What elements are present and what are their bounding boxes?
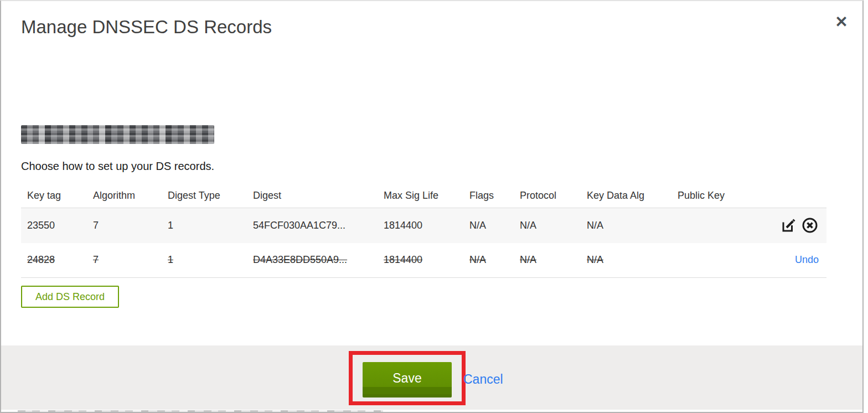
col-header-public-key: Public Key [678, 184, 776, 208]
table-header-row: Key tag Algorithm Digest Type Digest Max… [21, 184, 826, 208]
dnssec-modal-window: Manage DNSSEC DS Records ✕ Choose how to… [0, 0, 864, 413]
cell-key-data-alg: N/A [587, 254, 603, 265]
cell-max-sig-life: 1814400 [384, 254, 422, 265]
cell-flags: N/A [469, 254, 486, 265]
cell-digest-type: 1 [168, 220, 173, 231]
table-row-deleted: 24828 7 1 D4A33E8DD550A9... 1814400 N/A … [21, 243, 826, 277]
cell-digest: D4A33E8DD550A9... [253, 254, 347, 265]
cancel-link[interactable]: Cancel [463, 371, 503, 388]
cell-algorithm: 7 [93, 254, 99, 265]
cell-protocol: N/A [520, 220, 536, 231]
redacted-domain-name [21, 125, 214, 144]
col-header-algorithm: Algorithm [93, 184, 168, 208]
col-header-actions [776, 184, 826, 208]
col-header-max-sig-life: Max Sig Life [384, 184, 469, 208]
col-header-flags: Flags [469, 184, 520, 208]
cell-key-data-alg: N/A [587, 220, 603, 231]
page-title: Manage DNSSEC DS Records [21, 17, 272, 38]
edit-record-icon[interactable] [780, 217, 797, 234]
cell-digest: 54FCF030AA1C79... [253, 220, 345, 231]
background-page-strip [1, 410, 862, 412]
col-header-key-data-alg: Key Data Alg [587, 184, 678, 208]
cell-algorithm: 7 [93, 220, 99, 231]
cell-key-tag: 24828 [27, 254, 55, 265]
ds-records-table: Key tag Algorithm Digest Type Digest Max… [21, 184, 826, 278]
cell-key-tag: 23550 [27, 220, 55, 231]
dialog-footer: Save Cancel [1, 345, 862, 411]
col-header-digest: Digest [253, 184, 384, 208]
background-blur-remnant [18, 410, 383, 412]
intro-text: Choose how to set up your DS records. [21, 160, 214, 173]
cell-max-sig-life: 1814400 [384, 220, 422, 231]
cell-digest-type: 1 [168, 254, 173, 265]
undo-link[interactable]: Undo [795, 254, 819, 265]
cell-protocol: N/A [520, 254, 536, 265]
table-row: 23550 7 1 54FCF030AA1C79... 1814400 N/A … [21, 208, 826, 243]
save-button[interactable]: Save [363, 362, 452, 397]
cell-flags: N/A [469, 220, 486, 231]
save-button-label: Save [392, 371, 421, 385]
col-header-key-tag: Key tag [21, 184, 93, 208]
delete-record-icon[interactable] [801, 216, 819, 234]
col-header-protocol: Protocol [520, 184, 587, 208]
add-ds-record-button[interactable]: Add DS Record [21, 286, 119, 308]
col-header-digest-type: Digest Type [168, 184, 253, 208]
close-icon[interactable]: ✕ [830, 11, 852, 33]
